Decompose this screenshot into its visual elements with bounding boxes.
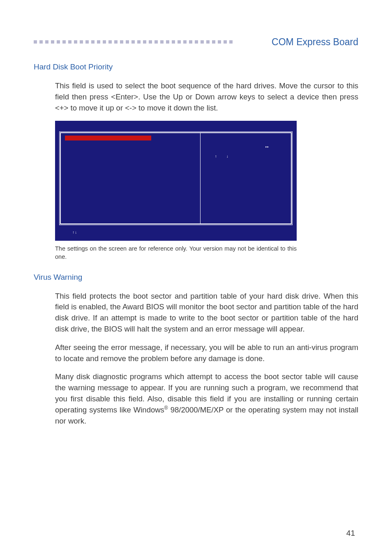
page-number: 41	[346, 529, 355, 538]
section-heading-hard-disk: Hard Disk Boot Priority	[34, 62, 358, 71]
bios-titlebar	[55, 121, 297, 132]
bios-arrow-icons: ↑↓	[214, 154, 238, 159]
bios-left-panel	[61, 133, 200, 223]
bios-window: ▸▸ ↑↓ ↑↓	[55, 121, 297, 241]
bios-play-icon: ▸▸	[265, 145, 269, 149]
bios-selection-bar	[65, 136, 151, 140]
virus-warning-para1: This field protects the boot sector and …	[55, 291, 358, 335]
registered-mark: ®	[164, 405, 168, 411]
virus-warning-para3: Many disk diagnostic programs which atte…	[55, 371, 358, 426]
figure-caption: The settings on the screen are for refer…	[55, 245, 297, 261]
bios-help-panel: ▸▸ ↑↓	[200, 133, 291, 223]
header-dots	[34, 40, 267, 44]
bios-screenshot: ▸▸ ↑↓ ↑↓	[55, 121, 297, 241]
bios-footer-arrows: ↑↓	[72, 230, 77, 235]
section-heading-virus-warning: Virus Warning	[34, 273, 358, 282]
hard-disk-paragraph: This field is used to select the boot se…	[55, 81, 358, 113]
bios-inner-frame: ▸▸ ↑↓	[60, 132, 292, 224]
header-title: COM Express Board	[267, 37, 358, 48]
page-header: COM Express Board	[34, 37, 358, 47]
virus-warning-para2: After seeing the error message, if neces…	[55, 342, 358, 364]
